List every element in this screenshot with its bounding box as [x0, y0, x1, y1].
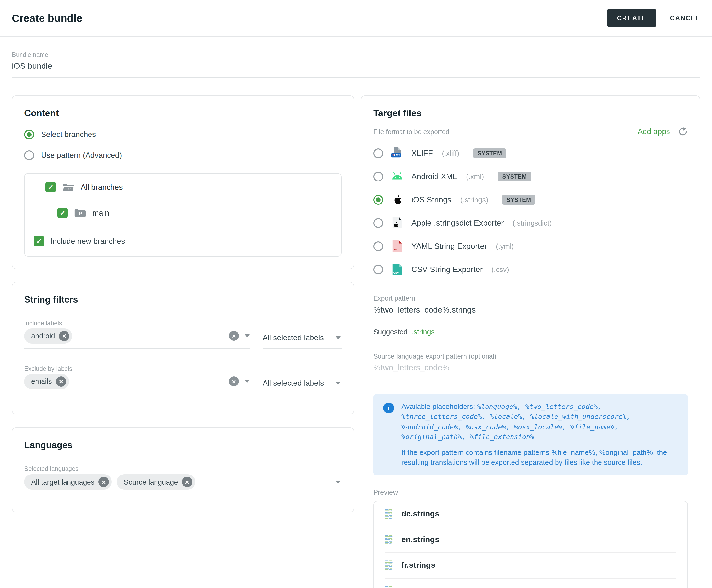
chip-remove-icon[interactable] [56, 376, 66, 386]
exclude-labels-field[interactable]: emails [24, 372, 250, 394]
all-branches-row[interactable]: All branches [34, 174, 332, 200]
include-labels-mode-value: All selected labels [262, 333, 324, 342]
chip-remove-icon[interactable] [59, 331, 69, 341]
chip-remove-icon[interactable] [99, 477, 109, 487]
chip-remove-icon[interactable] [182, 477, 192, 487]
format-row-xliff[interactable]: XLIFF XLIFF (.xliff) SYSTEM [373, 142, 688, 165]
preview-file-row: de.strings [385, 501, 676, 527]
strings-file-icon [385, 586, 393, 588]
target-files-title: Target files [373, 108, 688, 119]
folder-open-branch-icon [62, 182, 74, 192]
apple-stringsdict-file-icon [391, 217, 404, 229]
select-branches-radio[interactable] [24, 130, 34, 140]
use-pattern-radio[interactable] [24, 150, 34, 160]
clear-include-labels-icon[interactable] [229, 331, 239, 341]
main-branch-checkbox[interactable] [57, 208, 68, 218]
strings-file-icon [385, 534, 393, 545]
format-ext: (.stringsdict) [513, 219, 552, 227]
main-branch-row[interactable]: main [34, 200, 332, 226]
strings-file-icon [385, 508, 393, 520]
exclude-label-chip: emails [24, 374, 69, 389]
placeholders-label: Available placeholders: [402, 402, 475, 411]
content-card: Content Select branches Use pattern (Adv… [12, 96, 354, 269]
string-filters-card: String filters Include labels android [12, 282, 354, 415]
select-branches-option[interactable]: Select branches [24, 130, 342, 140]
exclude-labels-mode-dropdown[interactable]: All selected labels [262, 379, 342, 394]
chevron-down-icon[interactable] [245, 334, 250, 337]
include-labels-mode-dropdown[interactable]: All selected labels [262, 333, 342, 349]
exclude-labels-label: Exclude by labels [24, 365, 342, 372]
language-chip-source-text: Source language [124, 478, 178, 486]
suggested-value-link[interactable]: .strings [412, 328, 435, 336]
all-branches-checkbox[interactable] [45, 182, 56, 192]
csv-file-icon: CSV [391, 263, 404, 275]
languages-card: Languages Selected languages All target … [12, 427, 354, 512]
chevron-down-icon[interactable] [245, 380, 250, 383]
preview-file-name: it.strings [402, 587, 435, 588]
selected-languages-field[interactable]: All target languages Source language [24, 472, 342, 495]
ios-strings-radio[interactable] [373, 195, 383, 205]
format-row-yaml[interactable]: YML YAML String Exporter (.yml) [373, 234, 688, 258]
clear-exclude-labels-icon[interactable] [229, 376, 239, 386]
include-labels-field[interactable]: android [24, 327, 250, 349]
language-chip-source: Source language [117, 474, 195, 489]
stringsdict-radio[interactable] [373, 218, 383, 228]
preview-file-name: de.strings [402, 510, 439, 519]
bundle-name-input[interactable] [12, 58, 700, 78]
bundle-name-label: Bundle name [12, 51, 700, 58]
all-branches-label: All branches [81, 183, 123, 192]
include-new-branches-checkbox[interactable] [34, 236, 44, 246]
top-bar-actions: CREATE CANCEL [607, 9, 700, 27]
preview-file-row: en.strings [385, 527, 676, 553]
format-name: iOS Strings [411, 195, 451, 204]
format-ext: (.csv) [492, 265, 509, 273]
source-pattern-input[interactable] [373, 360, 688, 379]
include-new-branches-row[interactable]: Include new branches [34, 226, 332, 247]
preview-file-row: it.strings [385, 579, 676, 588]
format-row-stringsdict[interactable]: Apple .stringsdict Exporter (.stringsdic… [373, 211, 688, 234]
chevron-down-icon[interactable] [336, 480, 341, 483]
page-title: Create bundle [12, 12, 82, 24]
preview-file-name: en.strings [402, 536, 439, 544]
format-ext: (.yml) [496, 242, 514, 250]
include-labels-label: Include labels [24, 320, 342, 327]
folder-branch-icon [74, 208, 86, 218]
xliff-radio[interactable] [373, 148, 383, 158]
placeholders-line: Available placeholders: %language%, %two… [402, 402, 678, 442]
add-apps-link[interactable]: Add apps [638, 127, 670, 136]
format-ext: (.xml) [466, 172, 484, 180]
preview-file-name: fr.strings [402, 561, 435, 570]
exclude-labels-mode-value: All selected labels [262, 379, 324, 388]
right-column: Target files File format to be exported … [361, 96, 700, 588]
top-bar: Create bundle CREATE CANCEL [0, 0, 712, 37]
create-button[interactable]: CREATE [607, 9, 656, 27]
main-branch-label: main [92, 208, 109, 217]
cancel-button[interactable]: CANCEL [670, 14, 700, 22]
language-chip-all-targets-text: All target languages [31, 478, 94, 486]
yaml-radio[interactable] [373, 241, 383, 251]
suggested-row: Suggested .strings [373, 328, 688, 336]
select-branches-label: Select branches [41, 130, 96, 139]
use-pattern-option[interactable]: Use pattern (Advanced) [24, 150, 342, 160]
format-name: CSV String Exporter [411, 265, 482, 274]
xliff-file-icon: XLIFF [391, 147, 404, 159]
android-icon [391, 170, 404, 183]
android-xml-radio[interactable] [373, 171, 383, 181]
format-row-android-xml[interactable]: Android XML (.xml) SYSTEM [373, 165, 688, 188]
csv-radio[interactable] [373, 264, 383, 274]
main-content: Bundle name Content Select branches Use … [0, 51, 712, 588]
include-new-branches-label: Include new branches [50, 237, 125, 246]
format-name: XLIFF [411, 149, 433, 158]
format-name: YAML String Exporter [411, 241, 487, 251]
suggested-label: Suggested [373, 328, 408, 336]
branch-tree: All branches [24, 173, 342, 257]
format-row-csv[interactable]: CSV CSV String Exporter (.csv) [373, 258, 688, 281]
system-badge: SYSTEM [502, 195, 536, 205]
export-pattern-input[interactable] [373, 302, 688, 321]
placeholders-info-box: Available placeholders: %language%, %two… [373, 394, 688, 475]
svg-text:YML: YML [393, 248, 399, 251]
format-ext: (.strings) [460, 195, 488, 204]
bundle-name-block: Bundle name [12, 51, 700, 78]
format-row-ios-strings[interactable]: iOS Strings (.strings) SYSTEM [373, 188, 688, 211]
refresh-icon[interactable] [678, 127, 688, 136]
